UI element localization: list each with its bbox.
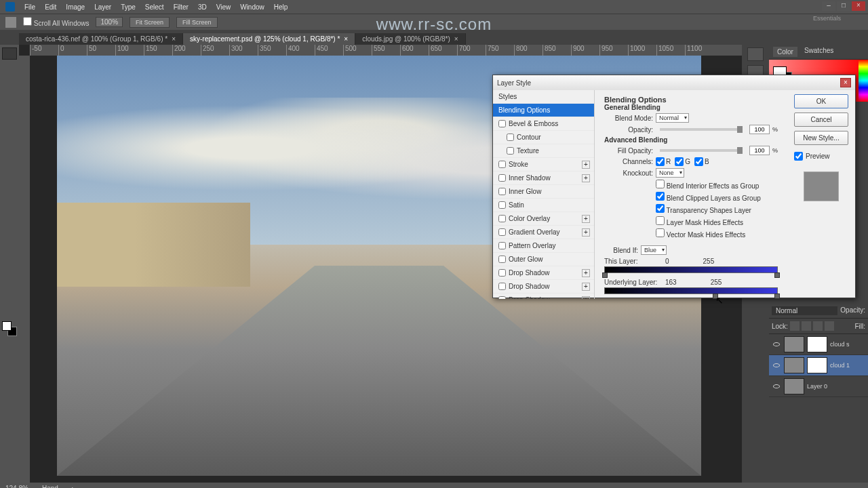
eraser-tool-icon[interactable]: [2, 183, 17, 195]
pen-tool-icon[interactable]: [2, 237, 17, 249]
doc-tab[interactable]: sky-replacement.psd @ 125% (cloud 1, RGB…: [183, 33, 355, 45]
style-checkbox[interactable]: [498, 188, 506, 195]
style-item[interactable]: Gradient Overlay+: [493, 226, 594, 239]
opacity-input[interactable]: [749, 125, 770, 134]
fill-screen-button[interactable]: Fill Screen: [176, 17, 218, 28]
zoom-readout[interactable]: 124.8%: [5, 485, 28, 489]
dialog-close-button[interactable]: ×: [840, 78, 851, 87]
knockout-select[interactable]: None: [656, 168, 684, 178]
add-icon[interactable]: +: [582, 228, 590, 237]
visibility-toggle[interactable]: [772, 382, 781, 391]
add-icon[interactable]: +: [582, 296, 590, 300]
screenmode-icon[interactable]: [2, 351, 17, 363]
style-checkbox[interactable]: [507, 147, 514, 155]
zoom-tool-icon[interactable]: [2, 305, 17, 317]
swatches-tab[interactable]: Swatches: [804, 47, 833, 57]
doc-tab[interactable]: costa-rica-436.nef @ 100% (Group 1, RGB/…: [19, 33, 183, 45]
add-icon[interactable]: +: [582, 161, 590, 169]
style-checkbox[interactable]: [498, 215, 506, 222]
style-checkbox[interactable]: [498, 242, 506, 249]
stamp-tool-icon[interactable]: [2, 156, 17, 168]
layer-row[interactable]: cloud s: [769, 334, 868, 355]
style-item[interactable]: Drop Shadow+: [493, 280, 594, 293]
menu-help[interactable]: Help: [274, 3, 288, 11]
move-tool-icon[interactable]: [2, 47, 17, 60]
blend-mode-select[interactable]: Normal: [772, 306, 837, 315]
channel-b-checkbox[interactable]: B: [694, 157, 709, 166]
style-item[interactable]: Bevel & Emboss: [493, 117, 594, 131]
fit-screen-button[interactable]: Fit Screen: [130, 17, 170, 28]
menu-view[interactable]: View: [216, 3, 231, 11]
menu-layer[interactable]: Layer: [94, 3, 111, 11]
foreground-background-colors[interactable]: [2, 321, 17, 336]
visibility-toggle[interactable]: [772, 361, 781, 370]
channel-g-checkbox[interactable]: G: [675, 157, 690, 166]
hand-tool-icon[interactable]: [2, 291, 17, 304]
gradient-stop-icon[interactable]: [774, 293, 780, 299]
layer-row[interactable]: Layer 0: [769, 376, 868, 397]
new-style-button[interactable]: New Style...: [794, 131, 848, 145]
underlying-gradient[interactable]: [604, 287, 778, 294]
heal-tool-icon[interactable]: [2, 129, 17, 141]
wand-tool-icon[interactable]: [2, 88, 17, 100]
layer-thumbnail[interactable]: [784, 336, 804, 352]
brush-tool-icon[interactable]: [2, 142, 17, 155]
style-item[interactable]: Inner Shadow+: [493, 171, 594, 185]
gradient-stop-icon[interactable]: [602, 272, 608, 278]
crop-tool-icon[interactable]: [2, 102, 17, 114]
mask-thumbnail[interactable]: [807, 357, 827, 373]
lock-pixels-icon[interactable]: [802, 321, 811, 331]
menu-3d[interactable]: 3D: [198, 3, 207, 11]
doc-tab[interactable]: clouds.jpg @ 100% (RGB/8*)×: [355, 33, 466, 45]
style-item[interactable]: Stroke+: [493, 158, 594, 171]
style-checkbox[interactable]: [498, 296, 506, 299]
close-icon[interactable]: ×: [344, 35, 348, 43]
history-panel-icon[interactable]: [747, 47, 764, 61]
transparency-shapes-checkbox[interactable]: Transparency Shapes Layer: [656, 204, 751, 214]
minimize-button[interactable]: –: [822, 1, 835, 11]
vector-mask-hides-checkbox[interactable]: Vector Mask Hides Effects: [656, 228, 745, 239]
add-icon[interactable]: +: [582, 174, 590, 182]
opacity-slider[interactable]: [660, 128, 743, 131]
layer-mask-hides-checkbox[interactable]: Layer Mask Hides Effects: [656, 216, 743, 226]
layer-name[interactable]: cloud s: [830, 341, 850, 348]
marquee-tool-icon[interactable]: [2, 61, 17, 73]
style-item[interactable]: Color Overlay+: [493, 212, 594, 226]
menu-select[interactable]: Select: [145, 3, 164, 11]
blend-if-select[interactable]: Blue: [641, 245, 667, 255]
style-item[interactable]: Drop Shadow+: [493, 266, 594, 280]
dialog-titlebar[interactable]: Layer Style ×: [493, 75, 855, 90]
maximize-button[interactable]: □: [837, 1, 850, 11]
blur-tool-icon[interactable]: [2, 210, 17, 222]
status-arrow-icon[interactable]: ▸: [72, 485, 75, 489]
mask-thumbnail[interactable]: [807, 336, 827, 352]
scroll-all-checkbox[interactable]: Scroll All Windows: [23, 17, 89, 27]
lock-position-icon[interactable]: [813, 321, 823, 331]
blend-clipped-checkbox[interactable]: Blend Clipped Layers as Group: [656, 192, 761, 202]
hand-tool-icon[interactable]: [5, 17, 16, 28]
style-item[interactable]: Satin: [493, 199, 594, 212]
menu-type[interactable]: Type: [121, 3, 136, 11]
style-item[interactable]: Inner Glow: [493, 185, 594, 199]
style-item[interactable]: Pattern Overlay: [493, 239, 594, 253]
style-item[interactable]: Outer Glow: [493, 253, 594, 266]
menu-file[interactable]: File: [24, 3, 35, 11]
quickmask-icon[interactable]: [2, 338, 17, 350]
lock-transparent-icon[interactable]: [790, 321, 800, 331]
fill-opacity-slider[interactable]: [660, 149, 743, 152]
style-checkbox[interactable]: [498, 174, 506, 182]
style-checkbox[interactable]: [498, 269, 506, 277]
menu-window[interactable]: Window: [240, 3, 264, 11]
lock-all-icon[interactable]: [825, 321, 834, 331]
lasso-tool-icon[interactable]: [2, 75, 17, 87]
shape-tool-icon[interactable]: [2, 278, 17, 290]
add-icon[interactable]: +: [582, 283, 590, 291]
style-checkbox[interactable]: [498, 228, 506, 236]
this-layer-gradient[interactable]: [604, 266, 778, 273]
style-item[interactable]: Drop Shadow+: [493, 293, 594, 299]
style-checkbox[interactable]: [507, 134, 514, 141]
gradient-stop-icon[interactable]: [774, 272, 780, 278]
style-checkbox[interactable]: [498, 256, 506, 263]
style-checkbox[interactable]: [498, 201, 506, 209]
close-button[interactable]: ×: [852, 1, 865, 11]
